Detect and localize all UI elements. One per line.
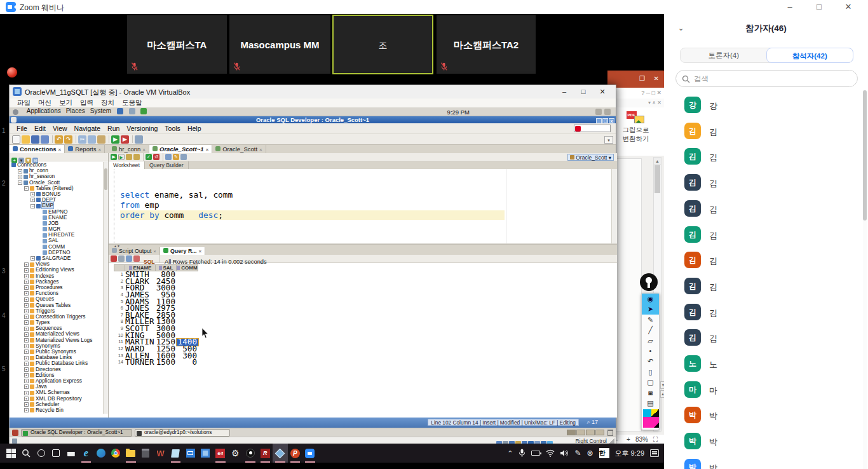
undo-tool-icon[interactable]: ↶ <box>642 356 659 366</box>
panel-tab-reports[interactable]: Reports× <box>65 145 105 153</box>
tree-scrollbar[interactable] <box>103 162 108 414</box>
expand-icon[interactable]: + <box>24 408 29 412</box>
cell-comm[interactable] <box>177 305 198 312</box>
fit-screen-icon[interactable]: ⛶ <box>653 436 658 444</box>
tray-battery-icon[interactable] <box>531 451 540 456</box>
bg-close-icon[interactable]: ✕ <box>654 75 659 82</box>
cell-num[interactable]: 4 <box>114 292 125 299</box>
tree-item[interactable]: +Queues Tables <box>10 302 104 308</box>
redo-icon[interactable]: ↷ <box>64 135 72 144</box>
expand-icon[interactable]: + <box>24 320 29 325</box>
expand-icon[interactable]: + <box>24 291 29 296</box>
vb-close-button[interactable]: ✕ <box>593 85 612 99</box>
screen-tool-icon[interactable]: ▢ <box>642 377 659 387</box>
vb-menu-item[interactable]: 머신 <box>38 99 51 106</box>
code-line[interactable]: order by comm desc; <box>120 210 505 221</box>
cell-comm[interactable] <box>177 278 198 285</box>
sqldev-titlebar[interactable]: Oracle SQL Developer : Oracle_Scott~1 _□… <box>10 116 616 123</box>
delete-grid-icon[interactable] <box>133 255 140 262</box>
unshared-icon[interactable] <box>165 154 172 160</box>
app-w-taskbar-icon[interactable]: W <box>153 444 168 463</box>
expand-icon[interactable]: + <box>24 356 29 360</box>
clock[interactable]: 오후 9:29 <box>615 449 644 458</box>
chrome-taskbar-icon[interactable] <box>109 444 124 463</box>
column-header[interactable]: COMM <box>177 264 198 271</box>
tray-pen-icon[interactable]: ✎ <box>574 449 581 458</box>
zoom-in-button[interactable]: + <box>627 436 630 443</box>
worksheet-tab[interactable]: Oracle_Scott× <box>212 145 266 153</box>
cell-comm[interactable] <box>177 285 198 292</box>
vb-menu-item[interactable]: 도움말 <box>122 99 142 106</box>
expand-icon[interactable]: + <box>31 192 35 196</box>
autotrace-icon[interactable] <box>126 154 132 160</box>
sqldev-menu-item[interactable]: File <box>17 125 27 132</box>
expand-icon[interactable]: + <box>24 262 29 267</box>
open-folder-icon[interactable] <box>22 135 30 144</box>
file-explorer-taskbar-icon[interactable] <box>123 444 139 463</box>
expand-icon[interactable]: + <box>24 315 29 319</box>
list-item[interactable]: 김김 <box>664 196 861 221</box>
linux-menu-item[interactable]: System <box>90 107 111 114</box>
resize-grip[interactable] <box>609 438 614 444</box>
video-tile[interactable]: Masocampus MM <box>229 15 331 74</box>
clear-icon[interactable]: ✎ <box>173 154 179 160</box>
expand-icon[interactable]: + <box>24 373 29 377</box>
eye-tool-icon[interactable]: ◉ <box>642 294 659 304</box>
expand-icon[interactable]: + <box>24 297 29 302</box>
tree-item[interactable]: +hr_conn <box>10 168 104 173</box>
taskbar-window-terminal[interactable]: oracle@edydr1p0:~/solutions <box>135 429 230 437</box>
cell-comm[interactable] <box>177 271 198 278</box>
color-palette[interactable] <box>643 409 659 428</box>
minimize-button[interactable]: – <box>775 0 804 14</box>
cell-num[interactable]: 2 <box>114 278 125 285</box>
sqldev-menu-item[interactable]: Tools <box>165 125 180 132</box>
history-icon[interactable] <box>180 154 187 160</box>
cell-num[interactable]: 8 <box>114 318 125 325</box>
zoom-taskbar-icon[interactable] <box>302 444 318 463</box>
video-tile[interactable]: 마소캠퍼스TA <box>126 15 227 74</box>
cell-comm[interactable]: 0 <box>177 359 198 366</box>
sqldev-menu-item[interactable]: Run <box>107 125 119 132</box>
app-rb-taskbar-icon[interactable]: R <box>258 444 273 463</box>
list-item[interactable]: 김김 <box>664 273 861 299</box>
sqldev-menu-item[interactable]: Edit <box>34 125 46 132</box>
video-tile[interactable]: 마소캠퍼스TA2 <box>436 15 536 74</box>
cell-comm[interactable] <box>177 318 198 325</box>
browser-icon[interactable] <box>117 108 123 114</box>
task-view-taskbar-icon[interactable] <box>49 444 64 463</box>
close-button[interactable]: ✕ <box>834 0 863 14</box>
expand-icon[interactable]: + <box>24 367 29 372</box>
list-item[interactable]: 김김 <box>664 325 861 350</box>
expand-icon[interactable]: + <box>24 391 29 395</box>
virtualbox-titlebar[interactable]: OracleVM_11gSQLT [실행 중] - Oracle VM Virt… <box>10 85 616 99</box>
tree-item[interactable]: +Editioning Views <box>10 267 104 273</box>
sql-code[interactable]: select ename, sal, commfrom emporder by … <box>120 190 505 220</box>
expand-icon[interactable]: + <box>24 402 29 407</box>
bg-maximize-icon[interactable]: ❐ <box>639 75 645 82</box>
list-item[interactable]: 김김 <box>664 247 861 273</box>
cell-num[interactable]: 3 <box>114 285 125 292</box>
participants-search[interactable] <box>675 70 858 87</box>
taskbar-window-sqldev[interactable]: Oracle SQL Developer : Oracle_Scott~1 <box>21 429 132 437</box>
sqldev-menu-item[interactable]: Help <box>187 125 201 132</box>
editor-tab[interactable]: Query Builder <box>145 161 189 169</box>
linux-menu-item[interactable]: Places <box>66 107 85 114</box>
debug-icon[interactable]: ▶ <box>121 135 129 144</box>
pencil-tool-icon[interactable]: ✎ <box>642 315 659 325</box>
panel-tab-connections[interactable]: Connections× <box>10 145 65 153</box>
list-item[interactable]: 마마 <box>664 377 861 402</box>
list-item[interactable]: 김김 <box>664 144 861 169</box>
store-taskbar-icon[interactable] <box>64 444 79 463</box>
expand-icon[interactable]: + <box>18 169 22 173</box>
video-tile[interactable]: 조 <box>332 15 433 74</box>
vb-menu-item[interactable]: 파일 <box>17 99 31 106</box>
ime-korean-indicator[interactable]: 한 <box>599 448 609 458</box>
show-desktop-icon[interactable] <box>12 430 18 436</box>
sqldev-menu-item[interactable]: Navigate <box>74 125 100 132</box>
cell-num[interactable]: 1 <box>114 271 125 278</box>
participants-scrollbar[interactable] <box>863 90 867 469</box>
expand-icon[interactable]: + <box>24 303 29 308</box>
expand-icon[interactable]: + <box>24 327 29 331</box>
sqldev-menu-item[interactable]: Versioning <box>126 125 158 132</box>
calculator-taskbar-icon[interactable] <box>139 444 154 463</box>
